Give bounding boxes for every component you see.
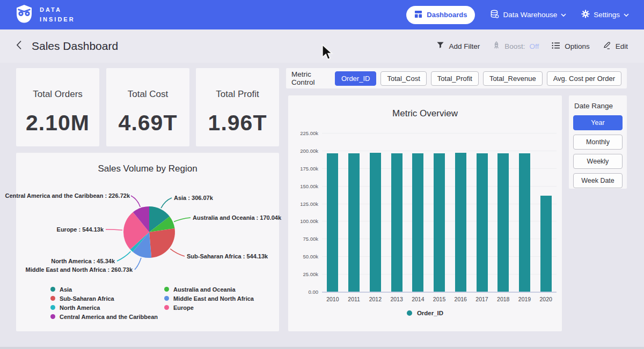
bar-column	[322, 153, 343, 292]
date-range-option[interactable]: Year	[573, 115, 623, 130]
pie-slice-label: Europe : 544.13k	[57, 226, 104, 233]
x-axis-tick-label: 2017	[471, 296, 493, 302]
date-range-option[interactable]: Weekly	[573, 154, 623, 169]
list-icon	[552, 42, 560, 51]
brand: DATA INSIDER	[15, 4, 75, 26]
pie-slice-label: Sub-Saharan Africa : 544.13k	[187, 253, 268, 259]
y-axis-tick-label: 50.00k	[290, 254, 318, 259]
pie-legend-item[interactable]: Central America and the Caribbean	[50, 312, 158, 321]
data-warehouse-menu[interactable]: Data Warehouse	[490, 10, 566, 20]
bar[interactable]	[455, 153, 466, 292]
subheader-left: Sales Dashboard	[16, 40, 118, 53]
dashboard-grid-icon	[414, 10, 422, 20]
date-range-options: YearMonthlyWeeklyWeek Date	[573, 115, 623, 188]
pie-legend-item[interactable]: Australia and Oceania	[164, 285, 254, 294]
x-axis-tick-label: 2010	[322, 296, 343, 302]
x-axis-tick-label: 2013	[386, 296, 407, 302]
y-axis-tick-label: 200.00k	[290, 148, 318, 154]
pie-slice-label: Central America and the Caribbean : 226.…	[5, 192, 130, 199]
y-axis-tick-label: 75.00k	[290, 236, 318, 242]
kpi-value: 2.10M	[16, 110, 99, 136]
boost-toggle[interactable]: Boost: Off	[493, 41, 539, 51]
bar[interactable]	[477, 153, 488, 292]
pie-label-connector	[117, 251, 130, 261]
bar-column	[493, 153, 514, 292]
back-button[interactable]	[16, 40, 22, 52]
settings-menu[interactable]: Settings	[581, 10, 629, 20]
pie-slice-label: Middle East and North Africa : 260.73k	[26, 266, 133, 273]
metric-chip-list: Order_IDTotal_CostTotal_ProfitTotal_Reve…	[335, 71, 621, 86]
date-range-option[interactable]: Week Date	[573, 173, 623, 188]
metric-chip[interactable]: Order_ID	[335, 71, 376, 86]
kpi-card-total-cost: Total Cost 4.69T	[106, 68, 189, 146]
app-root: DATA INSIDER Dashboards	[0, 0, 644, 349]
legend-dot	[164, 287, 169, 292]
pie-legend-item[interactable]: Europe	[164, 303, 254, 312]
bar-column	[514, 153, 536, 292]
date-range-option[interactable]: Monthly	[573, 135, 623, 150]
bar-column	[471, 153, 493, 292]
legend-label: Middle East and North Africa	[173, 295, 254, 302]
pie-slice[interactable]	[149, 228, 175, 258]
bar[interactable]	[434, 153, 445, 292]
y-axis-tick-label: 0.00	[290, 289, 318, 295]
legend-label: Europe	[173, 305, 194, 311]
metric-chip[interactable]: Total_Revenue	[483, 71, 543, 86]
options-button[interactable]: Options	[552, 42, 590, 51]
bar[interactable]	[327, 153, 338, 292]
y-axis-tick-label: 175.00k	[290, 166, 318, 172]
x-axis-tick-label: 2011	[343, 296, 365, 302]
pie-label-connector	[170, 249, 185, 256]
date-range-label: Date Range	[574, 102, 623, 110]
kpi-label: Total Cost	[106, 89, 189, 100]
bars-row	[322, 133, 557, 292]
x-axis-tick-label: 2012	[364, 296, 386, 302]
x-axis-baseline	[322, 292, 557, 293]
metric-chip[interactable]: Total_Profit	[431, 71, 479, 86]
kpi-value: 4.69T	[106, 110, 189, 136]
pie-legend-item[interactable]: Sub-Saharan Africa	[50, 294, 158, 303]
mouse-cursor	[321, 44, 334, 63]
x-axis-tick-label: 2018	[493, 296, 514, 302]
pie-legend-item[interactable]: North America	[50, 303, 158, 312]
pie-legend-item[interactable]: Asia	[50, 285, 158, 294]
kpi-card-total-orders: Total Orders 2.10M	[16, 68, 99, 146]
y-axis-tick-label: 25.00k	[290, 271, 318, 277]
add-filter-button[interactable]: Add Filter	[436, 41, 480, 51]
edit-button[interactable]: Edit	[603, 41, 628, 51]
rocket-icon	[493, 41, 500, 51]
page-title: Sales Dashboard	[32, 40, 118, 53]
kpi-value: 1.96T	[196, 110, 279, 136]
dashboards-label: Dashboards	[427, 11, 467, 19]
dashboards-button[interactable]: Dashboards	[406, 6, 475, 24]
boost-state: Off	[529, 42, 539, 50]
bar[interactable]	[348, 153, 360, 292]
bar[interactable]	[497, 153, 509, 292]
y-axis-tick-label: 125.00k	[290, 201, 318, 207]
pencil-icon	[603, 41, 611, 51]
legend-label: Sub-Saharan Africa	[60, 295, 114, 302]
brand-line1: DATA	[40, 5, 75, 14]
y-axis-tick-label: 150.00k	[290, 183, 318, 189]
bar[interactable]	[391, 153, 402, 292]
add-filter-label: Add Filter	[449, 42, 480, 50]
pie-chart-card: Sales Volume by Region Asia : 306.07kAus…	[16, 153, 279, 331]
pie-label-connector	[161, 198, 172, 208]
legend-dot	[407, 310, 412, 316]
gear-icon	[581, 10, 590, 20]
legend-label: North America	[60, 305, 100, 311]
legend-label: Asia	[60, 286, 72, 293]
brand-line2: INSIDER	[40, 15, 75, 24]
y-axis-tick-label: 100.00k	[290, 218, 318, 224]
top-nav: DATA INSIDER Dashboards	[0, 0, 644, 29]
x-axis-tick-label: 2020	[535, 296, 557, 302]
metric-chip[interactable]: Avg. Cost per Order	[547, 71, 621, 86]
pie-legend-item[interactable]: Middle East and North Africa	[164, 294, 254, 303]
bar[interactable]	[519, 153, 530, 292]
bar[interactable]	[412, 153, 423, 292]
bar[interactable]	[540, 196, 552, 292]
y-axis-tick-label: 225.00k	[290, 130, 318, 136]
bar[interactable]	[370, 153, 381, 292]
legend-dot	[50, 305, 55, 310]
metric-chip[interactable]: Total_Cost	[380, 71, 426, 86]
